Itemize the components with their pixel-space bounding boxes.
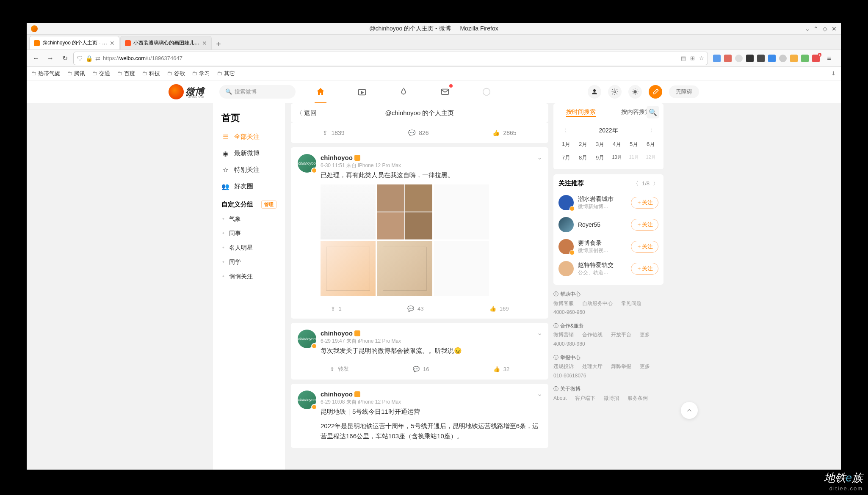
sidebar-custom-item[interactable]: 悄悄关注 bbox=[213, 270, 285, 284]
bookmark-folder[interactable]: 🗀科技 bbox=[142, 70, 160, 77]
nav-hot-icon[interactable] bbox=[398, 86, 409, 98]
footer-link[interactable]: 开放平台 bbox=[611, 330, 631, 340]
bookmark-folder[interactable]: 🗀百度 bbox=[117, 70, 135, 77]
bookmark-folder[interactable]: 🗀谷歌 bbox=[167, 70, 185, 77]
ext-icon[interactable] bbox=[713, 55, 721, 62]
repost-stat[interactable]: ⇪1839 bbox=[323, 129, 344, 136]
like-button[interactable]: 👍169 bbox=[489, 305, 509, 312]
theme-button[interactable] bbox=[628, 85, 642, 99]
menu-button[interactable]: ≡ bbox=[823, 52, 835, 64]
rec-name[interactable]: 潮水岩看城市 bbox=[578, 195, 627, 203]
comment-button[interactable]: 💬16 bbox=[413, 365, 429, 373]
sidebar-item-friends[interactable]: 👥 好友圈 bbox=[213, 178, 285, 195]
sidebar-item-special[interactable]: ☆ 特别关注 bbox=[213, 162, 285, 178]
like-button[interactable]: 👍32 bbox=[493, 365, 509, 373]
rec-name[interactable]: 赵特特爱轨交 bbox=[578, 261, 627, 269]
sidebar-custom-item[interactable]: 同学 bbox=[213, 255, 285, 270]
reload-button[interactable]: ↻ bbox=[59, 52, 71, 64]
sidebar-item-latest[interactable]: ◉ 最新微博 bbox=[213, 145, 285, 162]
footer-link[interactable]: 更多 bbox=[640, 330, 650, 340]
back-button[interactable]: 〈返回 bbox=[296, 109, 317, 117]
footer-link[interactable]: 处理大厅 bbox=[582, 362, 603, 371]
nav-message-icon[interactable] bbox=[439, 86, 451, 98]
sidebar-custom-item[interactable]: 名人明星 bbox=[213, 241, 285, 255]
bookmark-folder[interactable]: 🗀交通 bbox=[92, 70, 110, 77]
post-image[interactable] bbox=[321, 241, 376, 296]
page-next-icon[interactable]: 〉 bbox=[653, 180, 658, 187]
post-more-icon[interactable]: ⌄ bbox=[537, 329, 542, 337]
avatar[interactable] bbox=[558, 239, 574, 254]
ext-icon[interactable] bbox=[735, 55, 743, 62]
window-close-icon[interactable]: ✕ bbox=[832, 25, 837, 32]
post-image[interactable] bbox=[434, 184, 489, 239]
post-username[interactable]: chinhoyoo bbox=[321, 330, 401, 337]
follow-button[interactable]: ＋关注 bbox=[631, 241, 658, 253]
post-more-icon[interactable]: ⌄ bbox=[537, 390, 542, 398]
bookmark-folder[interactable]: 🗀其它 bbox=[217, 70, 235, 77]
ext-icon[interactable] bbox=[801, 55, 809, 62]
avatar[interactable] bbox=[558, 195, 574, 210]
repost-button[interactable]: ⇪1 bbox=[331, 305, 342, 312]
cal-month[interactable]: 7月 bbox=[558, 152, 574, 163]
profile-button[interactable] bbox=[588, 85, 601, 99]
rec-name[interactable]: 赛博食录 bbox=[578, 239, 627, 247]
sidebar-custom-item[interactable]: 气象 bbox=[213, 212, 285, 226]
footer-link[interactable]: 微博客服 bbox=[553, 299, 574, 308]
search-input[interactable]: 🔍 搜索微博 bbox=[219, 85, 296, 99]
post-image[interactable] bbox=[377, 241, 432, 296]
bookmark-folder[interactable]: 🗀热带气旋 bbox=[31, 70, 60, 77]
post-username[interactable]: chinhoyoo bbox=[321, 154, 401, 161]
bookmark-star-icon[interactable]: ☆ bbox=[699, 55, 704, 61]
post-more-icon[interactable]: ⌄ bbox=[537, 153, 542, 161]
bookmark-folder[interactable]: 🗀腾讯 bbox=[67, 70, 85, 77]
weibo-logo[interactable]: 微博 weibo.com bbox=[169, 84, 204, 99]
follow-button[interactable]: ＋关注 bbox=[631, 263, 658, 275]
ext-icon[interactable] bbox=[724, 55, 732, 62]
reader-icon[interactable]: ▤ bbox=[681, 55, 686, 61]
ext-icon[interactable]: 1 bbox=[812, 55, 820, 62]
download-icon[interactable]: ⬇ bbox=[831, 70, 836, 77]
footer-link[interactable]: 常见问题 bbox=[621, 299, 641, 308]
cal-month[interactable]: 9月 bbox=[592, 152, 608, 163]
avatar[interactable]: chinhoyoo bbox=[298, 390, 316, 409]
window-max-icon[interactable]: ◇ bbox=[823, 25, 827, 32]
cal-month[interactable]: 10月 bbox=[609, 152, 625, 163]
back-to-top-button[interactable] bbox=[681, 402, 698, 419]
forward-button[interactable]: → bbox=[44, 52, 56, 64]
cal-month[interactable]: 6月 bbox=[643, 139, 658, 150]
tab-active[interactable]: @chinhoyoo 的个人主页 - … ✕ bbox=[29, 36, 119, 50]
post-image[interactable] bbox=[434, 241, 489, 296]
ext-icon[interactable] bbox=[757, 55, 765, 62]
sidebar-item-all-follow[interactable]: ☰ 全部关注 bbox=[213, 129, 285, 145]
footer-link[interactable]: 微博营销 bbox=[553, 330, 574, 340]
ext-icon[interactable] bbox=[779, 55, 787, 62]
cal-prev-icon[interactable]: 〈 bbox=[561, 127, 567, 135]
footer-link[interactable]: 微博招 bbox=[604, 394, 619, 403]
comment-stat[interactable]: 💬826 bbox=[408, 129, 428, 136]
sidebar-custom-item[interactable]: 同事 bbox=[213, 226, 285, 241]
footer-link[interactable]: 舞弊举报 bbox=[611, 362, 631, 371]
page-prev-icon[interactable]: 〈 bbox=[633, 180, 639, 187]
footer-link[interactable]: 合作热线 bbox=[582, 330, 603, 340]
tab-inactive[interactable]: 小西装遭璃璃心的画图娃儿… ✕ bbox=[120, 36, 212, 50]
avatar[interactable]: chinhoyoo bbox=[298, 330, 316, 348]
nav-game-icon[interactable] bbox=[481, 86, 492, 98]
nav-home-icon[interactable] bbox=[315, 86, 326, 98]
repost-button[interactable]: ⇪转发 bbox=[330, 365, 349, 373]
ext-icon[interactable] bbox=[746, 55, 754, 62]
grid-icon[interactable]: ⊞ bbox=[690, 55, 695, 61]
rec-name[interactable]: Royer55 bbox=[578, 221, 627, 228]
window-min-icon[interactable]: ⌵ bbox=[806, 25, 809, 32]
tab-add-button[interactable]: ＋ bbox=[213, 38, 224, 50]
manage-button[interactable]: 管理 bbox=[261, 201, 276, 209]
footer-link[interactable]: 客户端下 bbox=[575, 394, 595, 403]
tab-close-icon[interactable]: ✕ bbox=[110, 40, 115, 47]
cal-month[interactable]: 2月 bbox=[575, 139, 591, 150]
avatar[interactable]: chinhoyoo bbox=[298, 154, 316, 173]
footer-link[interactable]: 更多 bbox=[640, 362, 650, 371]
cal-month[interactable]: 3月 bbox=[592, 139, 608, 150]
ext-icon[interactable] bbox=[790, 55, 798, 62]
follow-button[interactable]: ＋关注 bbox=[631, 219, 658, 231]
tab-close-icon[interactable]: ✕ bbox=[202, 40, 207, 47]
post-image[interactable] bbox=[321, 184, 376, 239]
